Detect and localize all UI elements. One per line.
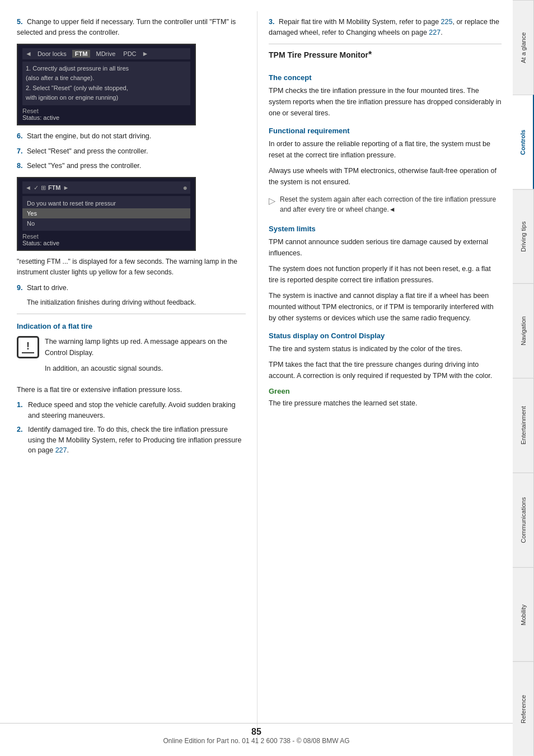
nav-right-arrow: ► xyxy=(142,50,149,58)
green-text: The tire pressure matches the learned se… xyxy=(269,398,502,409)
system-limits-text2: The system does not function properly if… xyxy=(269,263,502,286)
screen1-line3: 2. Select "Reset" (only while stopped, xyxy=(26,83,187,94)
step-9-sub: The initialization finishes during drivi… xyxy=(27,297,246,308)
status-display-heading: Status display on Control Display xyxy=(269,332,502,340)
step-7-text: Select "Reset" and press the controller. xyxy=(27,147,148,155)
functional-req-text2: Always use wheels with TPM electronics, … xyxy=(269,165,502,188)
step-8: 8. Select "Yes" and press the controller… xyxy=(17,161,246,171)
tab-bar: At a glance Controls Driving tips Naviga… xyxy=(513,0,534,756)
link-227-right[interactable]: 227 xyxy=(429,29,441,36)
step-8-text: Select "Yes" and press the controller. xyxy=(27,162,141,170)
list-item-2-num: 2. xyxy=(17,424,25,456)
main-title-asterisk: * xyxy=(368,50,372,59)
tab-at-a-glance[interactable]: At a glance xyxy=(513,0,534,95)
list-item-1-num: 1. xyxy=(17,400,25,421)
tab-driving-tips[interactable]: Driving tips xyxy=(513,189,534,284)
idrive-nav-bar-2: ◄ ✓ ⊞ FTM ► ● xyxy=(22,181,190,194)
warning-text2: In addition, an acoustic signal sounds. xyxy=(45,363,246,374)
nav2-left: ◄ xyxy=(25,184,31,191)
step-3-text: Repair flat tire with M Mobility System,… xyxy=(269,18,499,36)
the-concept-heading: The concept xyxy=(269,73,502,82)
the-concept-text: TPM checks the tire inflation pressure i… xyxy=(269,85,502,119)
step-9: 9. Start to drive. xyxy=(17,283,246,293)
nav-pdc: PDC xyxy=(121,50,138,58)
tab-mobility[interactable]: Mobility xyxy=(513,567,534,662)
list-item-1-text: Reduce speed and stop the vehicle carefu… xyxy=(28,400,246,421)
main-title-text: TPM Tire Pressure Monitor xyxy=(269,50,368,59)
screen1-line2: (also after a tire change). xyxy=(26,73,187,83)
screen2-reset-label: Reset xyxy=(22,233,190,240)
warning-symbol-icon: ! xyxy=(17,336,39,358)
tab-entertainment[interactable]: Entertainment xyxy=(513,378,534,473)
nav-door-locks: Door locks xyxy=(35,50,69,58)
footer-text: Online Edition for Part no. 01 41 2 600 … xyxy=(163,737,349,745)
nav-left-arrow: ◄ xyxy=(25,50,32,58)
warning-text-block: The warning lamp lights up red. A messag… xyxy=(45,336,246,379)
step-9-text: Start to drive. xyxy=(27,284,68,292)
system-limits-heading: System limits xyxy=(269,225,502,233)
menu-no: No xyxy=(22,218,190,228)
tab-reference[interactable]: Reference xyxy=(513,661,534,756)
step-9-num: 9. xyxy=(17,284,22,292)
functional-req-heading: Functional requirement xyxy=(269,127,502,135)
warning-exclamation: ! xyxy=(26,341,30,351)
page-footer: 85 Online Edition for Part no. 01 41 2 6… xyxy=(0,723,513,745)
nav2-ftm-label: FTM xyxy=(48,184,61,191)
status-display-text2: TPM takes the fact that the tire pressur… xyxy=(269,359,502,381)
screen1-status: Status: active xyxy=(22,114,190,121)
step-5: 5. Change to upper field if necessary. T… xyxy=(17,17,246,38)
step-7: 7. Select "Reset" and press the controll… xyxy=(17,146,246,157)
status-display-text1: The tire and system status is indicated … xyxy=(269,343,502,354)
step-6: 6. Start the engine, but do not start dr… xyxy=(17,131,246,142)
idrive-screen-2: ◄ ✓ ⊞ FTM ► ● Do you want to reset tire … xyxy=(17,177,196,251)
step-3: 3. Repair flat tire with M Mobility Syst… xyxy=(269,17,502,38)
idrive-nav-bar-1: ◄ Door locks FTM MDrive PDC ► xyxy=(22,48,190,59)
section-divider xyxy=(17,314,246,314)
main-title: TPM Tire Pressure Monitor* xyxy=(269,50,502,66)
list-item-1: 1. Reduce speed and stop the vehicle car… xyxy=(17,400,246,421)
system-limits-text1: TPM cannot announce sudden serious tire … xyxy=(269,236,502,259)
screen2-status: Status: active xyxy=(22,240,190,246)
screen1-reset-label: Reset xyxy=(22,108,190,114)
menu-yes: Yes xyxy=(22,208,190,218)
warning-underline xyxy=(22,352,34,353)
step-7-num: 7. xyxy=(17,147,22,155)
screen1-line4: with ignition on or engine running) xyxy=(26,93,187,103)
warning-text3: There is a flat tire or extensive inflat… xyxy=(17,384,246,395)
functional-req-text1: In order to assure the reliable reportin… xyxy=(269,138,502,161)
warning-text1: The warning lamp lights up red. A messag… xyxy=(45,336,246,358)
list-item-2: 2. Identify damaged tire. To do this, ch… xyxy=(17,424,246,456)
idrive-content-1: 1. Correctly adjust pressure in all tire… xyxy=(22,62,190,105)
link-227-left[interactable]: 227 xyxy=(55,446,67,454)
flat-tire-steps: 1. Reduce speed and stop the vehicle car… xyxy=(17,400,246,456)
resetting-note: "resetting FTM ..." is displayed for a f… xyxy=(17,256,246,278)
nav2-check: ✓ xyxy=(34,184,39,192)
green-heading: Green xyxy=(269,387,502,395)
screen1-line1: 1. Correctly adjust pressure in all tire… xyxy=(26,64,187,74)
nav-ftm-selected: FTM xyxy=(72,50,91,58)
step-3-num: 3. xyxy=(269,18,274,26)
idrive-screen-1: ◄ Door locks FTM MDrive PDC ► 1. Correct… xyxy=(17,44,196,125)
tab-navigation[interactable]: Navigation xyxy=(513,283,534,378)
page-number: 85 xyxy=(251,727,261,736)
tab-controls[interactable]: Controls xyxy=(513,95,534,189)
nav-mdrive: MDrive xyxy=(93,50,118,58)
right-divider xyxy=(269,44,502,44)
step-6-text: Start the engine, but do not start drivi… xyxy=(27,132,151,140)
menu-question: Do you want to reset tire pressur xyxy=(22,198,190,208)
step-6-num: 6. xyxy=(17,132,22,140)
tab-communications[interactable]: Communications xyxy=(513,473,534,567)
note-arrow-icon: ▷ xyxy=(269,195,275,206)
idrive-menu-container: Do you want to reset tire pressur Yes No xyxy=(22,196,190,231)
note-reset-text: Reset the system again after each correc… xyxy=(280,194,502,214)
nav2-dot: ● xyxy=(183,183,188,192)
system-limits-text3: The system is inactive and cannot displa… xyxy=(269,290,502,324)
nav2-ftm-icon: ⊞ xyxy=(41,184,46,192)
warning-block: ! The warning lamp lights up red. A mess… xyxy=(17,336,246,379)
step-8-num: 8. xyxy=(17,162,22,170)
link-225[interactable]: 225 xyxy=(441,18,453,26)
indication-heading: Indication of a flat tire xyxy=(17,322,246,330)
list-item-2-text: Identify damaged tire. To do this, check… xyxy=(28,424,246,456)
note-reset-block: ▷ Reset the system again after each corr… xyxy=(269,192,502,217)
step-5-num: 5. xyxy=(17,18,22,26)
